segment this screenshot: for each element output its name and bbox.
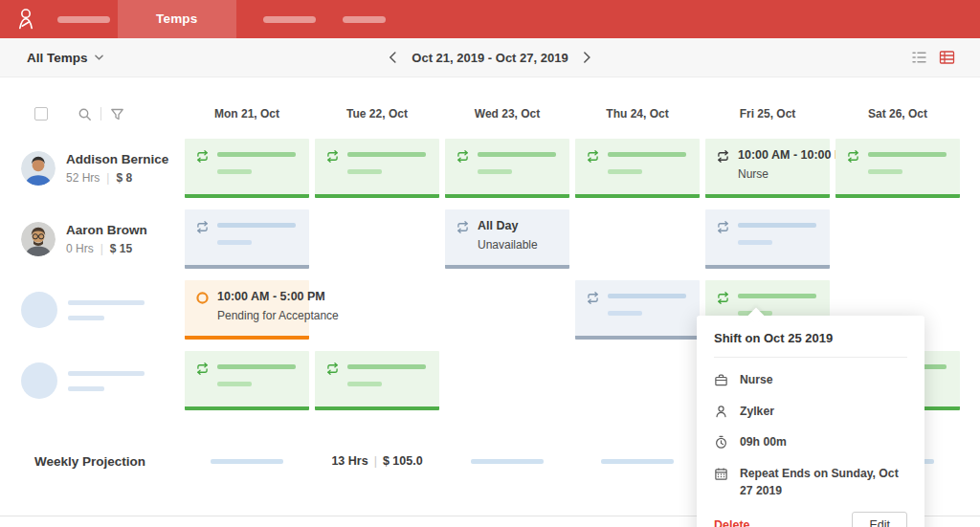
employee-hours: 0 Hrs <box>66 242 94 255</box>
repeat-icon <box>195 149 210 164</box>
shift-cell[interactable] <box>575 280 700 340</box>
edit-button[interactable]: Edit <box>852 512 907 527</box>
shift-cell-content <box>608 290 689 316</box>
shift-cell[interactable] <box>185 351 309 410</box>
search-icon[interactable] <box>78 107 92 121</box>
shift-cell-content <box>738 219 819 245</box>
skeleton-bar <box>868 169 902 174</box>
weekly-projection-cell <box>442 459 572 464</box>
employee-row[interactable] <box>0 345 182 416</box>
weekly-projection-cell <box>572 459 702 464</box>
avatar <box>21 222 56 256</box>
shift-cell-content: 10:00 AM - 5:00 PMPending for Acceptance <box>217 290 299 322</box>
timer-icon <box>714 435 728 450</box>
employee-name: Addison Bernice <box>66 152 168 166</box>
skeleton-bar <box>608 294 686 298</box>
column-header: Thu 24, Oct <box>572 107 702 121</box>
divider: | <box>106 171 109 185</box>
weekly-projection-cell: 13 Hrs|$ 105.0 <box>312 454 442 468</box>
shift-cell-content: 10:00 AM - 10:00 PMNurse <box>738 148 819 181</box>
skeleton-bar <box>68 386 104 391</box>
empty-day-cell <box>442 345 572 416</box>
repeat-icon <box>325 149 340 164</box>
shift-cell[interactable] <box>835 139 960 198</box>
delete-link[interactable]: Delete <box>714 518 750 527</box>
projection-amount: $ 105.0 <box>383 454 423 468</box>
skeleton-bar <box>217 382 252 386</box>
divider: | <box>100 242 103 255</box>
repeat-icon <box>456 220 470 234</box>
repeat-icon <box>716 149 730 164</box>
view-toggle <box>911 50 955 65</box>
shift-cell-content <box>217 148 299 174</box>
shift-time: 10:00 AM - 5:00 PM <box>217 290 299 303</box>
shift-cell[interactable]: 10:00 AM - 10:00 PMNurse <box>705 139 830 198</box>
filter-icon[interactable] <box>110 107 124 121</box>
skeleton-bar <box>738 240 772 245</box>
employee-rate: $ 15 <box>110 242 132 255</box>
chevron-down-icon <box>95 55 103 60</box>
shift-cell-content <box>478 148 559 174</box>
skeleton-bar <box>217 152 296 157</box>
avatar <box>21 151 56 186</box>
shift-cell[interactable] <box>185 139 309 198</box>
employee-meta: 52 Hrs|$ 8 <box>66 171 168 185</box>
repeat-icon <box>846 149 860 164</box>
shift-cell-content <box>868 148 949 174</box>
employee-rate: $ 8 <box>116 171 132 185</box>
skeleton-bar <box>217 364 296 369</box>
person-icon <box>714 405 728 419</box>
tab-temps[interactable]: Temps <box>118 0 236 38</box>
shift-cell[interactable] <box>315 351 439 410</box>
employee-schedule-row: Addison Bernice52 Hrs|$ 810:00 AM - 10:0… <box>0 133 980 204</box>
shift-label: Unavailable <box>478 238 559 252</box>
repeat-icon <box>716 220 730 234</box>
top-nav-bar: Temps <box>0 0 980 38</box>
nav-item-placeholder[interactable] <box>343 16 386 23</box>
divider: | <box>374 454 377 468</box>
skeleton-bar <box>68 316 104 320</box>
popover-detail-text: 09h 00m <box>740 434 787 451</box>
skeleton-bar <box>738 294 816 298</box>
nav-item-placeholder[interactable] <box>263 16 316 23</box>
select-all-checkbox[interactable] <box>34 107 48 121</box>
prev-week-button[interactable] <box>389 52 396 63</box>
list-view-button[interactable] <box>911 50 927 65</box>
team-filter-label: All Temps <box>27 51 88 65</box>
skeleton-bar <box>68 300 145 305</box>
popover-title: Shift on Oct 25 2019 <box>714 331 907 358</box>
skeleton-bar <box>478 169 512 174</box>
popover-detail-item: Repeat Ends on Sunday, Oct 27 2019 <box>714 466 907 499</box>
divider <box>100 107 101 121</box>
repeat-icon <box>456 149 470 164</box>
repeat-icon <box>195 362 210 376</box>
column-header: Fri 25, Oct <box>702 107 833 121</box>
skeleton-bar <box>868 152 947 157</box>
shift-cell[interactable]: All DayUnavailable <box>445 209 569 269</box>
shift-time: All Day <box>478 219 559 232</box>
skeleton-bar <box>347 152 426 157</box>
next-week-button[interactable] <box>584 52 591 63</box>
shift-cell[interactable] <box>705 209 830 269</box>
popover-detail-text: Nurse <box>740 372 773 389</box>
employee-row[interactable]: Addison Bernice52 Hrs|$ 8 <box>0 133 182 204</box>
employee-info: Aaron Brown0 Hrs|$ 15 <box>66 223 147 255</box>
shift-cell[interactable] <box>575 139 700 198</box>
shift-cell[interactable] <box>185 209 309 269</box>
weekly-projection-cell <box>182 459 312 464</box>
shift-cell[interactable] <box>315 139 439 198</box>
shift-label: Nurse <box>738 167 819 181</box>
employee-row[interactable] <box>0 274 182 345</box>
repeat-icon <box>325 362 340 376</box>
shift-cell[interactable]: 10:00 AM - 5:00 PMPending for Acceptance <box>185 280 309 340</box>
team-filter-dropdown[interactable]: All Temps <box>27 51 103 65</box>
shift-cell-content <box>608 148 689 174</box>
skeleton-bar <box>217 240 252 245</box>
grid-view-button[interactable] <box>939 50 955 65</box>
date-range-label: Oct 21, 2019 - Oct 27, 2019 <box>412 51 568 65</box>
employee-meta: 0 Hrs|$ 15 <box>66 242 147 255</box>
column-header: Wed 23, Oct <box>442 107 572 121</box>
shift-cell[interactable] <box>445 139 569 198</box>
employee-row[interactable]: Aaron Brown0 Hrs|$ 15 <box>0 204 182 274</box>
nav-item-placeholder[interactable] <box>57 16 110 23</box>
